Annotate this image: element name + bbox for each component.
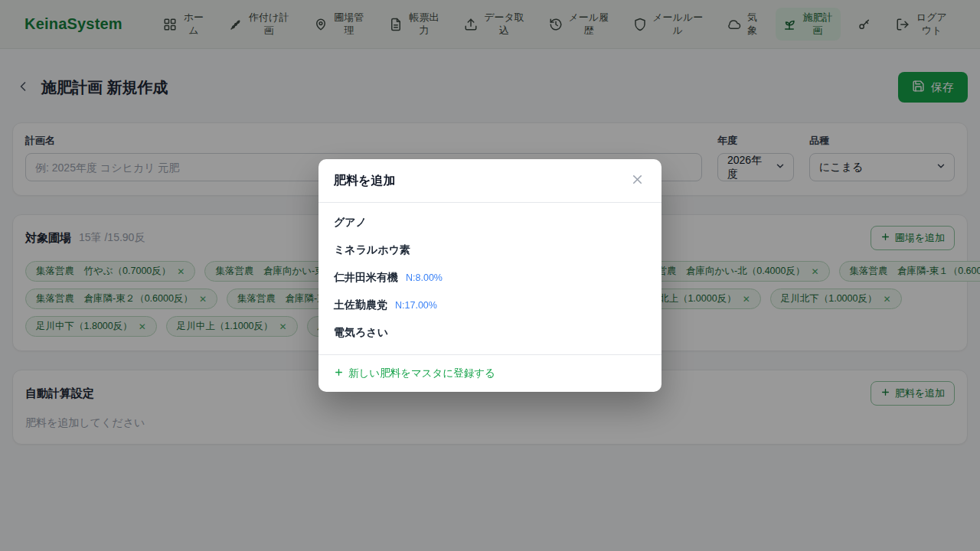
modal-close-button[interactable] — [629, 171, 646, 191]
fertilizer-list-item[interactable]: グアノ — [318, 209, 662, 236]
fertilizer-list-item[interactable]: 電気ろさい — [318, 319, 662, 347]
fertilizer-list: グアノミネラルホウ素仁井田米有機N:8.00%土佐勤農党N:17.00%電気ろさ… — [318, 203, 662, 354]
modal-header: 肥料を追加 — [318, 159, 662, 203]
fertilizer-n-value: N:8.00% — [406, 272, 443, 283]
fertilizer-list-item[interactable]: ミネラルホウ素 — [318, 236, 662, 264]
fertilizer-name: 土佐勤農党 — [334, 298, 387, 312]
add-fertilizer-modal: 肥料を追加 グアノミネラルホウ素仁井田米有機N:8.00%土佐勤農党N:17.0… — [318, 159, 662, 392]
plus-icon — [334, 367, 344, 380]
close-icon — [630, 172, 645, 189]
fertilizer-name: 仁井田米有機 — [334, 271, 398, 285]
modal-title: 肥料を追加 — [334, 173, 395, 189]
fertilizer-name: グアノ — [334, 216, 367, 230]
fertilizer-name: ミネラルホウ素 — [334, 243, 410, 257]
register-new-fertilizer-link[interactable]: 新しい肥料をマスタに登録する — [334, 367, 495, 380]
fertilizer-n-value: N:17.00% — [395, 300, 437, 311]
modal-footer: 新しい肥料をマスタに登録する — [318, 354, 662, 392]
register-new-fertilizer-label: 新しい肥料をマスタに登録する — [348, 367, 495, 380]
fertilizer-list-item[interactable]: 土佐勤農党N:17.00% — [318, 292, 662, 319]
fertilizer-list-item[interactable]: 仁井田米有機N:8.00% — [318, 264, 662, 292]
fertilizer-name: 電気ろさい — [334, 326, 388, 340]
